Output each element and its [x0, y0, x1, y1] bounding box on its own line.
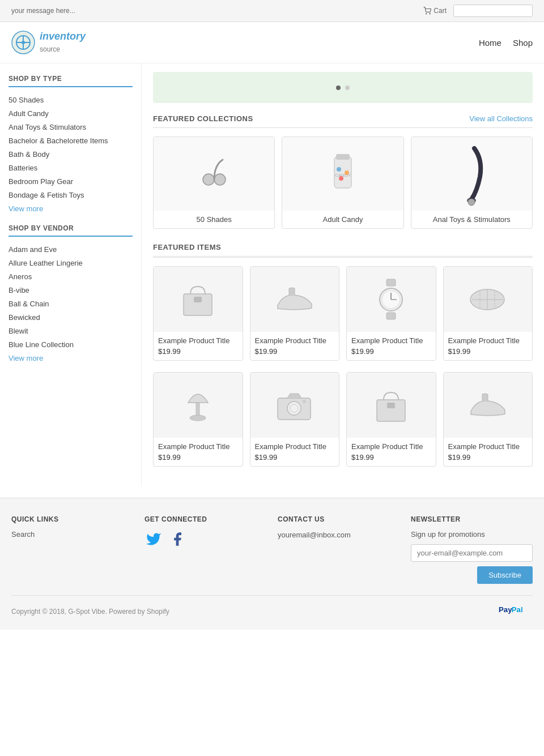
product-card-2[interactable]: Example Product Title $19.99	[250, 266, 340, 361]
camera-icon	[273, 387, 316, 424]
product-img-3	[347, 267, 436, 332]
collection-img-anal-toys	[411, 137, 532, 211]
nav-shop[interactable]: Shop	[513, 35, 533, 50]
cart-label: Cart	[434, 7, 447, 15]
adult-candy-image: CANDY	[317, 146, 368, 202]
list-item: Anal Toys & Stimulators	[8, 120, 133, 134]
newsletter-email-input[interactable]	[411, 544, 533, 562]
type-bath-body[interactable]: Bath & Body	[8, 150, 49, 159]
product-card-4[interactable]: Example Product Title $19.99	[443, 266, 533, 361]
footer-search-link[interactable]: Search	[11, 530, 133, 539]
list-item: Allure Leather Lingerie	[8, 256, 133, 270]
main-container: SHOP BY TYPE 50 Shades Adult Candy Anal …	[0, 63, 544, 486]
list-item: Bondage & Fetish Toys	[8, 188, 133, 202]
vendor-view-more[interactable]: View more	[8, 354, 133, 362]
banner-dot-1[interactable]	[336, 86, 341, 90]
collection-50-shades[interactable]: 50 Shades	[153, 136, 275, 229]
product-price-6: $19.99	[255, 453, 335, 462]
product-card-1[interactable]: Example Product Title $19.99	[153, 266, 243, 361]
facebook-icon[interactable]	[168, 530, 186, 548]
product-price-5: $19.99	[158, 453, 238, 462]
anal-toys-image	[443, 137, 500, 211]
product-info-1: Example Product Title $19.99	[154, 332, 243, 360]
collection-img-adult-candy: CANDY	[282, 137, 403, 211]
product-img-5	[154, 373, 243, 438]
list-item: Batteries	[8, 161, 133, 174]
newsletter-text: Sign up for promotions	[411, 530, 533, 539]
product-info-8: Example Product Title $19.99	[444, 438, 533, 466]
collection-anal-toys[interactable]: Anal Toys & Stimulators	[411, 136, 533, 229]
svg-point-16	[468, 199, 475, 206]
footer-bottom: Copyright © 2018, G-Spot Vibe. Powered b…	[11, 595, 533, 618]
list-item: 50 Shades	[8, 93, 133, 106]
bag-icon-2	[371, 386, 411, 425]
product-info-2: Example Product Title $19.99	[250, 332, 339, 360]
watch-icon	[374, 278, 408, 321]
top-bar: your message here... Cart	[0, 0, 544, 22]
product-img-7	[347, 373, 436, 438]
view-all-collections[interactable]: View all Collections	[469, 114, 533, 123]
banner-dot-2[interactable]	[345, 86, 350, 90]
product-card-6[interactable]: Example Product Title $19.99	[250, 372, 340, 467]
type-bachelor[interactable]: Bachelor & Bachelorette Items	[8, 136, 108, 145]
product-info-6: Example Product Title $19.99	[250, 438, 339, 466]
product-card-7[interactable]: Example Product Title $19.99	[346, 372, 436, 467]
footer-contact: CONTACT US youremail@inbox.com	[278, 515, 400, 584]
product-price-1: $19.99	[158, 347, 238, 356]
product-card-3[interactable]: Example Product Title $19.99	[346, 266, 436, 361]
vendor-bewicked[interactable]: Bewicked	[8, 313, 40, 322]
product-title-1: Example Product Title	[158, 336, 238, 345]
vendor-aneros[interactable]: Aneros	[8, 272, 32, 281]
svg-text:Pal: Pal	[512, 605, 523, 614]
nav-home[interactable]: Home	[479, 35, 502, 50]
vendor-adam-eve[interactable]: Adam and Eve	[8, 245, 57, 254]
svg-rect-19	[386, 279, 396, 286]
type-anal-toys[interactable]: Anal Toys & Stimulators	[8, 123, 86, 131]
vendor-list: Adam and Eve Allure Leather Lingerie Ane…	[8, 242, 133, 351]
social-icons	[144, 530, 266, 548]
logo-text: inventory source	[40, 31, 86, 54]
product-card-5[interactable]: Example Product Title $19.99	[153, 372, 243, 467]
product-card-8[interactable]: Example Product Title $19.99	[443, 372, 533, 467]
vendor-bvibe[interactable]: B-vibe	[8, 286, 29, 294]
svg-point-7	[203, 174, 214, 185]
product-title-6: Example Product Title	[255, 442, 335, 451]
product-info-3: Example Product Title $19.99	[347, 332, 436, 360]
type-batteries[interactable]: Batteries	[8, 164, 37, 172]
svg-point-6	[22, 41, 25, 44]
cart-link[interactable]: Cart	[423, 7, 447, 15]
svg-rect-18	[194, 297, 202, 302]
type-adult-candy[interactable]: Adult Candy	[8, 109, 49, 118]
svg-rect-20	[386, 313, 396, 319]
subscribe-button[interactable]: Subscribe	[477, 566, 533, 584]
type-bondage[interactable]: Bondage & Fetish Toys	[8, 191, 84, 199]
collection-adult-candy[interactable]: CANDY Adult Candy	[282, 136, 403, 229]
type-50-shades[interactable]: 50 Shades	[8, 96, 44, 104]
vendor-allure[interactable]: Allure Leather Lingerie	[8, 259, 83, 267]
search-input-top[interactable]	[453, 5, 533, 17]
featured-items-title: FEATURED ITEMS	[153, 243, 221, 251]
list-item: Bewicked	[8, 310, 133, 324]
vendor-blewit[interactable]: Blewit	[8, 327, 28, 335]
featured-collections-header: FEATURED COLLECTIONS View all Collection…	[153, 114, 533, 128]
svg-point-0	[426, 14, 427, 14]
product-img-2	[250, 267, 339, 332]
collection-img-50-shades	[154, 137, 274, 211]
type-bedroom[interactable]: Bedroom Play Gear	[8, 177, 73, 186]
logo[interactable]: inventory source	[11, 31, 86, 54]
svg-point-13	[345, 170, 349, 175]
product-title-5: Example Product Title	[158, 442, 238, 451]
collection-name-anal-toys: Anal Toys & Stimulators	[411, 211, 532, 228]
products-grid-row2: Example Product Title $19.99 Example	[153, 372, 533, 467]
vendor-blue-line[interactable]: Blue Line Collection	[8, 340, 74, 349]
product-info-5: Example Product Title $19.99	[154, 438, 243, 466]
type-view-more[interactable]: View more	[8, 204, 133, 213]
svg-point-35	[303, 400, 306, 403]
twitter-icon[interactable]	[144, 530, 163, 548]
svg-rect-10	[336, 154, 350, 160]
svg-point-31	[190, 415, 206, 421]
bag-icon	[178, 280, 218, 319]
header: inventory source Home Shop	[0, 22, 544, 63]
list-item: Bath & Body	[8, 147, 133, 161]
vendor-ball-chain[interactable]: Ball & Chain	[8, 300, 49, 308]
